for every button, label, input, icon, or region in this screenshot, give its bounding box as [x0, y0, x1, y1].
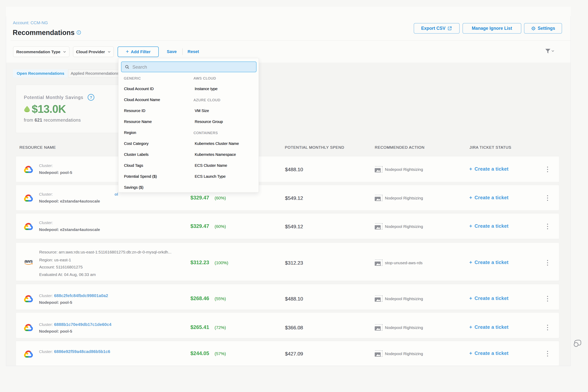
- svg-text:?: ?: [90, 95, 92, 100]
